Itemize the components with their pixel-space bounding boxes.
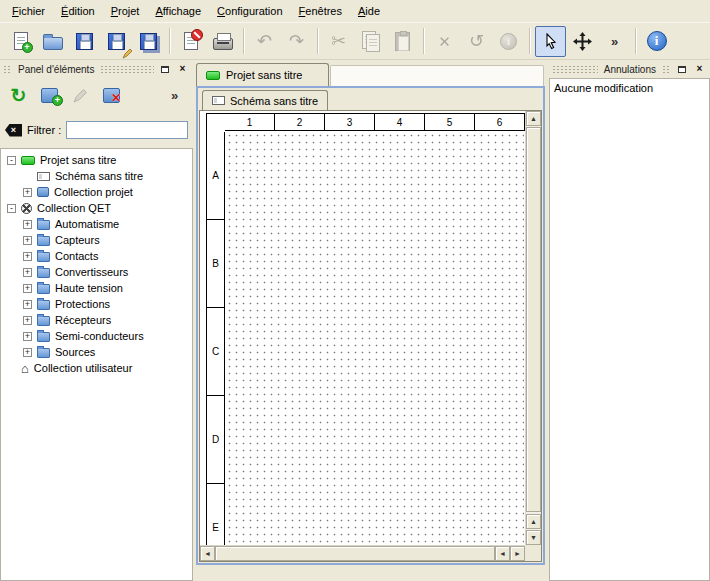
- delete-element-icon: ✕: [103, 88, 120, 103]
- float-panel-button[interactable]: [157, 62, 172, 76]
- workspace-area: Projet sans titre Schéma sans titre 1 2: [193, 60, 549, 581]
- panel-overflow-button[interactable]: »: [161, 82, 188, 109]
- pencil-icon: [72, 87, 89, 104]
- elements-panel-titlebar[interactable]: Panel d'éléments ×: [0, 60, 193, 78]
- expand-expander[interactable]: +: [23, 220, 32, 229]
- menu-fichier[interactable]: Fichier: [4, 2, 53, 21]
- undo-button[interactable]: ↶: [249, 26, 280, 57]
- tree-item-schema[interactable]: Schéma sans titre: [1, 168, 192, 184]
- tab-projet-sans-titre[interactable]: Projet sans titre: [196, 63, 329, 86]
- undo-empty-item[interactable]: Aucune modification: [550, 79, 709, 97]
- expand-expander[interactable]: +: [23, 252, 32, 261]
- tree-item-capteurs[interactable]: + Capteurs: [1, 232, 192, 248]
- float-panel-button[interactable]: [674, 62, 689, 76]
- menu-edition[interactable]: Édition: [53, 2, 103, 21]
- expand-expander[interactable]: +: [23, 284, 32, 293]
- dock-grip[interactable]: [3, 65, 12, 74]
- menu-projet[interactable]: Projet: [103, 2, 148, 21]
- new-file-button[interactable]: +: [5, 26, 36, 57]
- dock-grip[interactable]: [662, 65, 671, 74]
- scroll-right-button[interactable]: ►: [510, 546, 525, 561]
- about-button[interactable]: i: [641, 26, 672, 57]
- expand-expander[interactable]: +: [23, 188, 32, 197]
- tree-item-haute-tension[interactable]: + Haute tension: [1, 280, 192, 296]
- delete-element-button[interactable]: ✕: [98, 82, 125, 109]
- menu-configuration[interactable]: Configuration: [209, 2, 290, 21]
- delete-button[interactable]: ✕: [429, 26, 460, 57]
- horizontal-scrollbar[interactable]: ◄ ◄ ►: [200, 545, 525, 561]
- redo-button[interactable]: ↷: [281, 26, 312, 57]
- tree-item-label: Haute tension: [55, 282, 123, 294]
- pan-mode-button[interactable]: [567, 26, 598, 57]
- tree-item-contacts[interactable]: + Contacts: [1, 248, 192, 264]
- project-icon: [21, 156, 35, 165]
- expand-expander[interactable]: +: [23, 348, 32, 357]
- print-button[interactable]: [207, 26, 238, 57]
- reload-collections-button[interactable]: ↻: [5, 82, 32, 109]
- tree-item-label: Protections: [55, 298, 110, 310]
- tree-item-sources[interactable]: + Sources: [1, 344, 192, 360]
- tree-item-project[interactable]: - Projet sans titre: [1, 152, 192, 168]
- collapse-expander[interactable]: -: [7, 156, 16, 165]
- scroll-left-button[interactable]: ◄: [495, 546, 510, 561]
- project-tab-label: Projet sans titre: [226, 69, 302, 81]
- red-x-icon: ✕: [111, 92, 121, 104]
- paste-button[interactable]: [387, 26, 418, 57]
- tree-item-recepteurs[interactable]: + Récepteurs: [1, 312, 192, 328]
- tree-item-collection-projet[interactable]: + Collection projet: [1, 184, 192, 200]
- tree-item-automatisme[interactable]: + Automatisme: [1, 216, 192, 232]
- schema-canvas[interactable]: 1 2 3 4 5 6 A B C D E: [200, 111, 525, 545]
- printer-icon: [213, 38, 233, 50]
- vertical-scrollbar[interactable]: ▲ ▲ ▼: [525, 111, 541, 545]
- undo-history-list[interactable]: Aucune modification: [549, 78, 710, 581]
- tree-item-semi-conducteurs[interactable]: + Semi-conducteurs: [1, 328, 192, 344]
- close-panel-button[interactable]: ×: [692, 62, 707, 76]
- element-info-button[interactable]: i: [493, 26, 524, 57]
- chevron-overflow-icon: »: [607, 34, 622, 49]
- dock-grip[interactable]: [552, 65, 598, 74]
- clear-filter-button[interactable]: ×: [5, 124, 22, 137]
- schema-view[interactable]: 1 2 3 4 5 6 A B C D E: [199, 110, 542, 562]
- save-all-button[interactable]: [133, 26, 164, 57]
- tree-item-convertisseurs[interactable]: + Convertisseurs: [1, 264, 192, 280]
- undo-panel-titlebar[interactable]: Annulations ×: [549, 60, 710, 78]
- scroll-up-button[interactable]: ▲: [526, 514, 541, 529]
- open-file-button[interactable]: [37, 26, 68, 57]
- expand-expander[interactable]: +: [23, 332, 32, 341]
- tree-item-collection-qet[interactable]: - Collection QET: [1, 200, 192, 216]
- cut-button[interactable]: ✂: [323, 26, 354, 57]
- toolbar-overflow-button[interactable]: »: [599, 26, 630, 57]
- menu-fenetres[interactable]: Fenêtres: [291, 2, 350, 21]
- scroll-up-button[interactable]: ▲: [526, 111, 541, 126]
- expand-expander[interactable]: +: [23, 300, 32, 309]
- expand-expander[interactable]: +: [23, 268, 32, 277]
- expand-expander[interactable]: +: [23, 236, 32, 245]
- scroll-left-button[interactable]: ◄: [200, 546, 215, 561]
- collapse-expander[interactable]: -: [7, 204, 16, 213]
- toolbar-separator: [317, 28, 319, 54]
- vertical-scroll-thumb[interactable]: [526, 127, 541, 512]
- close-file-button[interactable]: [175, 26, 206, 57]
- menu-aide[interactable]: Aide: [350, 2, 388, 21]
- save-as-button[interactable]: [101, 26, 132, 57]
- tree-item-collection-utilisateur[interactable]: ⌂ Collection utilisateur: [1, 360, 192, 376]
- new-element-button[interactable]: +: [36, 82, 63, 109]
- tree-item-label: Capteurs: [55, 234, 100, 246]
- close-panel-button[interactable]: ×: [175, 62, 190, 76]
- toolbar-separator: [169, 28, 171, 54]
- tree-item-protections[interactable]: + Protections: [1, 296, 192, 312]
- scroll-down-button[interactable]: ▼: [526, 530, 541, 545]
- save-button[interactable]: [69, 26, 100, 57]
- dock-grip[interactable]: [100, 65, 154, 74]
- select-mode-button[interactable]: [535, 26, 566, 57]
- tab-schema-sans-titre[interactable]: Schéma sans titre: [202, 90, 328, 110]
- horizontal-scroll-thumb[interactable]: [215, 546, 495, 561]
- rotate-button[interactable]: ↺: [461, 26, 492, 57]
- toolbar-separator: [423, 28, 425, 54]
- edit-element-button[interactable]: [67, 82, 94, 109]
- copy-button[interactable]: [355, 26, 386, 57]
- filter-input[interactable]: [66, 121, 188, 139]
- expand-expander[interactable]: +: [23, 316, 32, 325]
- folder-icon: [37, 284, 50, 294]
- menu-affichage[interactable]: Affichage: [147, 2, 209, 21]
